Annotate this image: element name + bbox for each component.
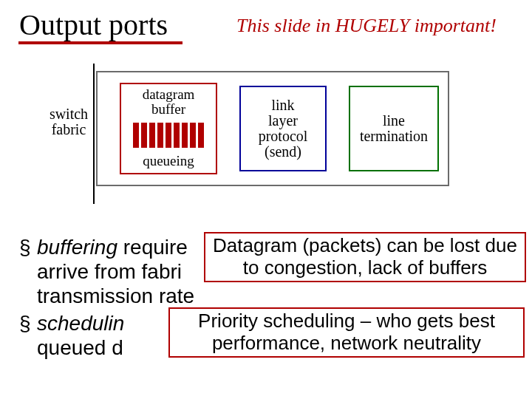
bullet-1-emph: buffering	[37, 236, 117, 259]
bullet-1-text-l1: require	[117, 236, 188, 259]
overlay-note-1: Datagram (packets) can be lost due to co…	[204, 232, 526, 282]
title-underline	[18, 41, 183, 44]
datagram-buffer-box: datagrambuffer queueing	[120, 83, 217, 174]
page-title: Output ports	[19, 7, 168, 42]
line-termination-box: linetermination	[349, 86, 439, 171]
fabric-divider-line	[93, 64, 95, 204]
bullet-2-emph: schedulin	[37, 312, 124, 335]
output-port-diagram: switchfabric datagrambuffer queueing lin…	[44, 71, 449, 186]
buffer-top-label: datagrambuffer	[143, 87, 195, 117]
slide-subtitle: This slide in HUGELY important!	[236, 15, 497, 37]
link-layer-box: linklayerprotocol(send)	[239, 86, 327, 171]
overlay-note-2: Priority scheduling – who gets best perf…	[168, 307, 525, 358]
bullet-1-text-l3: transmission rate	[37, 284, 194, 307]
bullet-2-text: queued d	[37, 336, 123, 359]
switch-fabric-label: switchfabric	[44, 106, 93, 137]
queue-bars-icon	[133, 123, 204, 148]
buffer-bottom-label: queueing	[143, 154, 194, 168]
bullet-1-text-l2: arrive from fabri	[37, 260, 182, 283]
